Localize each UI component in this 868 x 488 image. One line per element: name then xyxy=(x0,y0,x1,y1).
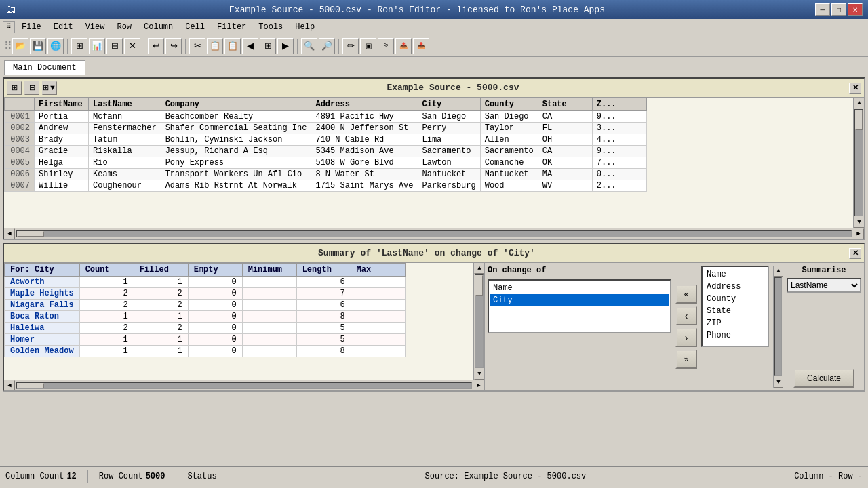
cell-address[interactable]: 8 N Water St xyxy=(311,169,418,180)
toolbar-grid1[interactable]: ⊞ xyxy=(71,38,87,54)
cell-company[interactable]: Beachcomber Realty xyxy=(161,111,311,123)
cell-lastname[interactable]: Fenstermacher xyxy=(89,123,161,134)
summary-vscroll-track[interactable] xyxy=(475,274,484,368)
sum-cell-max[interactable] xyxy=(351,346,405,357)
calculate-button[interactable]: Calculate xyxy=(793,369,854,388)
sum-cell-city[interactable]: Boca Raton xyxy=(5,311,80,323)
panel-btn-2[interactable]: ⊟ xyxy=(24,81,39,95)
cell-state[interactable]: FL xyxy=(538,123,592,134)
cell-county[interactable]: Sacramento xyxy=(480,146,538,157)
cell-city[interactable]: Lawton xyxy=(418,157,480,169)
col-header-firstname[interactable]: FirstName xyxy=(35,98,89,111)
sum-cell-count[interactable]: 1 xyxy=(79,277,134,288)
sum-cell-city[interactable]: Maple Heights xyxy=(5,288,80,300)
sum-col-filled[interactable]: Filled xyxy=(134,264,188,277)
col-header-city[interactable]: City xyxy=(418,98,480,111)
cell-county[interactable]: Nantucket xyxy=(480,169,538,180)
toolbar-grid3[interactable]: ⊟ xyxy=(106,38,123,54)
toolbar-flag[interactable]: 🏳 xyxy=(378,38,394,54)
top-hscroll[interactable]: ◀ ▶ xyxy=(4,228,864,239)
cell-county[interactable]: Comanche xyxy=(480,157,538,169)
cell-company[interactable]: Pony Express xyxy=(161,157,311,169)
sum-col-empty[interactable]: Empty xyxy=(188,264,242,277)
bottom-panel-close[interactable]: ✕ xyxy=(849,248,861,259)
cell-firstname[interactable]: Helga xyxy=(35,157,89,169)
cell-zip[interactable]: 9... xyxy=(592,146,646,157)
sum-cell-filled[interactable]: 2 xyxy=(134,323,188,334)
toolbar-redo[interactable]: ↪ xyxy=(165,38,182,54)
sum-cell-city[interactable]: Golden Meadow xyxy=(5,346,80,357)
cell-company[interactable]: Shafer Commercial Seating Inc xyxy=(161,123,311,134)
toolbar-web[interactable]: 🌐 xyxy=(47,38,64,54)
cell-lastname[interactable]: Coughenour xyxy=(89,180,161,192)
sum-cell-count[interactable]: 1 xyxy=(79,334,134,346)
name-list-item-state[interactable]: State xyxy=(704,305,766,317)
sum-cell-city[interactable]: Acworth xyxy=(5,277,80,288)
panel-btn-1[interactable]: ⊞ xyxy=(7,81,22,95)
sum-cell-max[interactable] xyxy=(351,288,405,300)
menu-filter[interactable]: Filter xyxy=(212,21,252,33)
toolbar-prev[interactable]: ◀ xyxy=(242,38,258,54)
toolbar-fit[interactable]: ⊞ xyxy=(260,38,276,54)
hscroll-right[interactable]: ▶ xyxy=(853,228,864,239)
cell-county[interactable]: Taylor xyxy=(480,123,538,134)
toolbar-export[interactable]: 📤 xyxy=(395,38,412,54)
sum-col-count[interactable]: Count xyxy=(79,264,134,277)
sum-cell-length[interactable]: 6 xyxy=(296,277,351,288)
cell-state[interactable]: MA xyxy=(538,169,592,180)
sum-col-max[interactable]: Max xyxy=(351,264,405,277)
sum-cell-filled[interactable]: 1 xyxy=(134,277,188,288)
name-list[interactable]: Name Address County State ZIP Phone xyxy=(701,266,769,347)
cell-firstname[interactable]: Andrew xyxy=(35,123,89,134)
col-header-state[interactable]: State xyxy=(538,98,592,111)
col-header-address[interactable]: Address xyxy=(311,98,418,111)
sum-col-minimum[interactable]: Minimum xyxy=(242,264,296,277)
sum-cell-empty[interactable]: 0 xyxy=(188,334,242,346)
toolbar-import[interactable]: 📥 xyxy=(413,38,429,54)
toolbar-save[interactable]: 💾 xyxy=(30,38,46,54)
vscroll-thumb[interactable] xyxy=(855,110,863,130)
nl-vscroll-track[interactable] xyxy=(774,277,782,376)
top-vscroll[interactable]: ▲ ▼ xyxy=(853,98,864,228)
cell-lastname[interactable]: Mcfann xyxy=(89,111,161,123)
arrow-double-right[interactable]: » xyxy=(675,350,697,369)
hscroll-track[interactable] xyxy=(16,230,852,237)
cell-county[interactable]: San Diego xyxy=(480,111,538,123)
cell-city[interactable]: Lima xyxy=(418,134,480,146)
cell-lastname[interactable]: Tatum xyxy=(89,134,161,146)
toolbar-delete[interactable]: ✕ xyxy=(124,38,140,54)
cell-city[interactable]: Parkersburg xyxy=(418,180,480,192)
toolbar-next[interactable]: ▶ xyxy=(277,38,294,54)
sum-cell-length[interactable]: 7 xyxy=(296,288,351,300)
sum-cell-length[interactable]: 8 xyxy=(296,346,351,357)
arrow-left[interactable]: ‹ xyxy=(675,306,697,325)
cell-state[interactable]: CA xyxy=(538,111,592,123)
menu-column[interactable]: Column xyxy=(138,21,178,33)
col-header-lastname[interactable]: LastName xyxy=(89,98,161,111)
sum-cell-max[interactable] xyxy=(351,300,405,311)
cell-company[interactable]: Transport Workers Un Afl Cio xyxy=(161,169,311,180)
menu-row[interactable]: Row xyxy=(111,21,137,33)
cell-lastname[interactable]: Keams xyxy=(89,169,161,180)
cell-address[interactable]: 4891 Pacific Hwy xyxy=(311,111,418,123)
sum-cell-count[interactable]: 1 xyxy=(79,346,134,357)
sum-col-length[interactable]: Length xyxy=(296,264,351,277)
summary-vscroll-up[interactable]: ▲ xyxy=(474,263,484,274)
cell-city[interactable]: San Diego xyxy=(418,111,480,123)
sum-cell-empty[interactable]: 0 xyxy=(188,323,242,334)
minimize-button[interactable]: ─ xyxy=(815,3,830,16)
sum-cell-max[interactable] xyxy=(351,277,405,288)
close-button[interactable]: ✕ xyxy=(848,3,863,16)
sum-cell-empty[interactable]: 0 xyxy=(188,277,242,288)
sum-cell-minimum[interactable] xyxy=(242,334,296,346)
toolbar-open[interactable]: 📂 xyxy=(12,38,28,54)
cell-address[interactable]: 2400 N Jefferson St xyxy=(311,123,418,134)
cell-zip[interactable]: 4... xyxy=(592,134,646,146)
sum-hscroll-track[interactable] xyxy=(16,382,472,389)
sum-cell-filled[interactable]: 1 xyxy=(134,346,188,357)
cell-state[interactable]: OH xyxy=(538,134,592,146)
sum-cell-count[interactable]: 2 xyxy=(79,323,134,334)
cell-county[interactable]: Wood xyxy=(480,180,538,192)
sum-hscroll-right[interactable]: ▶ xyxy=(473,380,484,391)
cell-city[interactable]: Sacramento xyxy=(418,146,480,157)
